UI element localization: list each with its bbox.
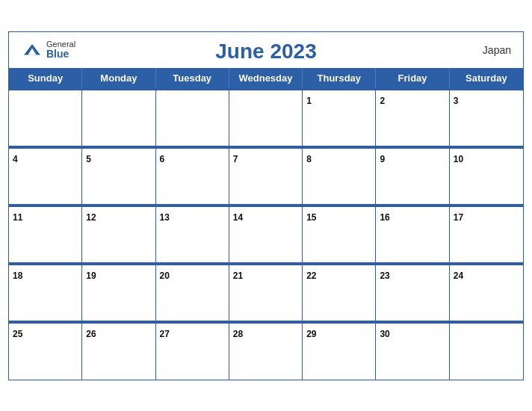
day-cell-22: 22 [303,265,376,321]
day-cell-7: 7 [229,149,303,205]
day-cell-4: 4 [9,149,82,205]
day-cell-16: 16 [376,207,449,263]
logo-text: General Blue [46,40,75,60]
calendar: General Blue June 2023 Japan Sunday Mond… [8,31,524,380]
day-cell-empty [229,90,303,146]
header-wednesday: Wednesday [229,68,303,88]
day-cell-11: 11 [9,207,82,263]
header-sunday: Sunday [9,68,82,88]
day-cell-27: 27 [156,324,229,380]
header-friday: Friday [376,68,449,88]
country-label: Japan [483,44,511,56]
header-tuesday: Tuesday [156,68,229,88]
day-cell-17: 17 [450,207,523,263]
week-row-4: 18 19 20 21 22 23 24 [9,265,523,321]
day-cell-5: 5 [82,149,155,205]
day-cell-1: 1 [303,90,376,146]
week-row-2: 4 5 6 7 8 9 10 [9,149,523,205]
logo-blue-text: Blue [46,49,75,60]
day-cell-6: 6 [156,149,229,205]
header-thursday: Thursday [303,68,376,88]
logo-icon [21,41,43,58]
week-row-5: 25 26 27 28 29 30 [9,324,523,380]
day-cell-28: 28 [229,324,303,380]
day-cell-empty [156,90,229,146]
day-cell-26: 26 [82,324,155,380]
day-cell-empty [9,90,82,146]
day-cell-24: 24 [450,265,523,321]
day-cell-18: 18 [9,265,82,321]
day-cell-13: 13 [156,207,229,263]
day-cell-empty-end [450,324,523,380]
day-cell-2: 2 [376,90,449,146]
day-cell-29: 29 [303,324,376,380]
calendar-grid: 1 2 3 4 5 6 7 8 9 10 11 12 13 14 15 16 1… [9,88,523,380]
day-cell-23: 23 [376,265,449,321]
day-cell-10: 10 [450,149,523,205]
day-cell-20: 20 [156,265,229,321]
day-cell-30: 30 [376,324,449,380]
logo: General Blue [21,40,75,60]
day-cell-12: 12 [82,207,155,263]
day-cell-8: 8 [303,149,376,205]
days-header: Sunday Monday Tuesday Wednesday Thursday… [9,68,523,88]
day-cell-empty [82,90,155,146]
header-saturday: Saturday [450,68,523,88]
day-cell-3: 3 [450,90,523,146]
day-cell-9: 9 [376,149,449,205]
day-cell-19: 19 [82,265,155,321]
calendar-header: General Blue June 2023 Japan [9,32,523,68]
week-row-1: 1 2 3 [9,90,523,146]
day-cell-14: 14 [229,207,303,263]
month-title: June 2023 [215,40,316,64]
day-cell-15: 15 [303,207,376,263]
week-row-3: 11 12 13 14 15 16 17 [9,207,523,263]
day-cell-21: 21 [229,265,303,321]
header-monday: Monday [82,68,155,88]
day-cell-25: 25 [9,324,82,380]
